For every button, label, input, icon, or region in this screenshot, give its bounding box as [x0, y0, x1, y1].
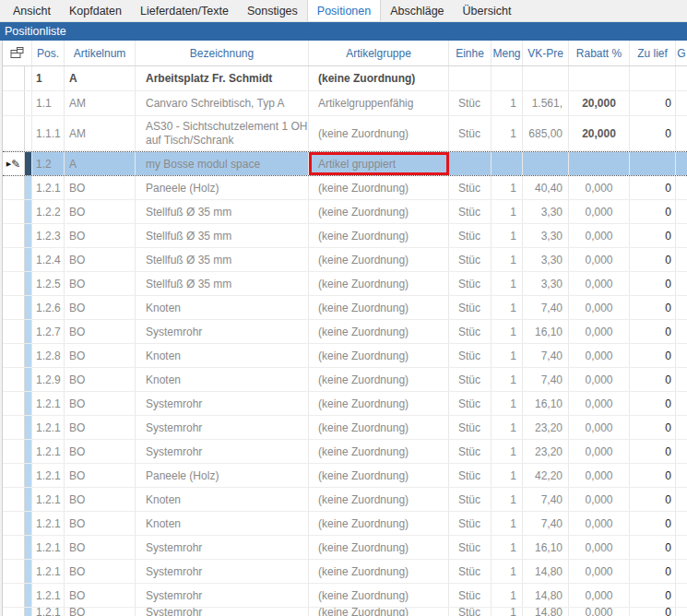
row-indicator[interactable] — [3, 392, 25, 415]
cell-einhe[interactable] — [449, 152, 492, 175]
row-indicator[interactable] — [3, 584, 25, 607]
cell-vk[interactable]: 40,40 — [523, 176, 569, 199]
cell-einhe[interactable]: Stüc — [449, 392, 492, 415]
cell-art[interactable]: BO — [65, 296, 136, 319]
cell-zulief[interactable]: 0 — [630, 512, 676, 535]
column-header-einhe[interactable]: Einhe — [449, 41, 492, 65]
cell-zulief[interactable]: 0 — [630, 536, 676, 559]
cell-g[interactable] — [676, 560, 687, 583]
cell-zulief[interactable]: 0 — [630, 440, 676, 463]
cell-g[interactable] — [676, 224, 687, 247]
cell-grp[interactable]: (keine Zuordnung) — [309, 392, 449, 415]
cell-bez[interactable]: Systemrohr — [136, 536, 309, 559]
cell-rabatt[interactable]: 0,000 — [569, 464, 630, 487]
cell-bez[interactable]: Knoten — [136, 512, 309, 535]
cell-grp[interactable]: (keine Zuordnung) — [309, 464, 449, 487]
cell-pos[interactable]: 1.2.8 — [32, 344, 65, 367]
cell-meng[interactable]: 1 — [492, 248, 523, 271]
cell-vk[interactable]: 23,20 — [523, 440, 569, 463]
row-indicator[interactable] — [3, 320, 25, 343]
cell-einhe[interactable]: Stüc — [449, 176, 492, 199]
cell-g[interactable] — [676, 608, 687, 616]
cell-vk[interactable]: 7,40 — [523, 344, 569, 367]
cell-rabatt[interactable]: 0,000 — [569, 560, 630, 583]
cell-art[interactable]: A — [65, 66, 136, 90]
cell-zulief[interactable]: 0 — [630, 488, 676, 511]
column-header-vk-pre[interactable]: VK-Pre — [523, 41, 569, 65]
cell-bez[interactable]: Systemrohr — [136, 584, 309, 607]
cell-grp[interactable]: (keine Zuordnung) — [309, 488, 449, 511]
row-indicator[interactable] — [3, 536, 25, 559]
cell-zulief[interactable] — [630, 152, 676, 175]
column-header-artikelgruppe[interactable]: Artikelgruppe — [309, 41, 449, 65]
cell-art[interactable]: AM — [65, 91, 136, 115]
cell-pos[interactable]: 1.2.1 — [32, 416, 65, 439]
cell-rabatt[interactable]: 0,000 — [569, 200, 630, 223]
cell-g[interactable] — [676, 416, 687, 439]
cell-vk[interactable]: 23,20 — [523, 416, 569, 439]
cell-einhe[interactable]: Stüc — [449, 344, 492, 367]
cell-meng[interactable]: 1 — [492, 536, 523, 559]
cell-einhe[interactable]: Stüc — [449, 560, 492, 583]
cell-vk[interactable]: 42,20 — [523, 464, 569, 487]
cell-einhe[interactable]: Stüc — [449, 224, 492, 247]
row-indicator[interactable] — [3, 344, 25, 367]
cell-pos[interactable]: 1.2.1 — [32, 176, 65, 199]
column-header-g[interactable]: G — [676, 41, 687, 65]
cell-vk[interactable]: 14,80 — [523, 560, 569, 583]
cell-grp[interactable]: (keine Zuordnung) — [309, 176, 449, 199]
cell-meng[interactable]: 1 — [492, 392, 523, 415]
cell-pos[interactable]: 1.2.5 — [32, 272, 65, 295]
cell-vk[interactable]: 3,30 — [523, 248, 569, 271]
cell-bez[interactable]: Arbeitsplatz Fr. Schmidt — [136, 66, 309, 90]
cell-meng[interactable]: 1 — [492, 272, 523, 295]
cell-art[interactable]: BO — [65, 224, 136, 247]
cell-zulief[interactable]: 0 — [630, 584, 676, 607]
cell-grp[interactable]: (keine Zuordnung) — [309, 116, 449, 150]
cell-meng[interactable]: 1 — [492, 560, 523, 583]
cell-meng[interactable]: 1 — [492, 224, 523, 247]
menu-item-positionen[interactable]: Positionen — [307, 0, 381, 21]
cell-bez[interactable]: Stellfuß Ø 35 mm — [136, 248, 309, 271]
cell-bez[interactable]: Systemrohr — [136, 440, 309, 463]
cell-rabatt[interactable]: 0,000 — [569, 248, 630, 271]
cell-bez[interactable]: Paneele (Holz) — [136, 464, 309, 487]
cell-pos[interactable]: 1.2 — [32, 152, 65, 175]
cell-g[interactable] — [676, 368, 687, 391]
cell-g[interactable] — [676, 344, 687, 367]
row-indicator[interactable] — [3, 248, 25, 271]
cell-rabatt[interactable]: 0,000 — [569, 320, 630, 343]
cell-art[interactable]: A — [65, 152, 136, 175]
cell-zulief[interactable]: 0 — [630, 224, 676, 247]
menu-item-kopfdaten[interactable]: Kopfdaten — [60, 0, 131, 21]
cell-g[interactable] — [676, 392, 687, 415]
row-indicator[interactable] — [3, 200, 25, 223]
cell-g[interactable] — [676, 536, 687, 559]
cell-pos[interactable]: 1.2.1 — [32, 464, 65, 487]
cell-meng[interactable]: 1 — [492, 416, 523, 439]
row-indicator[interactable] — [3, 272, 25, 295]
cell-rabatt[interactable]: 0,000 — [569, 608, 630, 616]
cell-rabatt[interactable]: 0,000 — [569, 440, 630, 463]
cell-einhe[interactable]: Stüc — [449, 296, 492, 319]
row-indicator[interactable] — [3, 296, 25, 319]
cell-meng[interactable]: 1 — [492, 320, 523, 343]
cell-meng[interactable]: 1 — [492, 584, 523, 607]
column-header-pos[interactable]: Pos. — [32, 41, 65, 65]
cell-pos[interactable]: 1.2.1 — [32, 536, 65, 559]
row-indicator[interactable] — [3, 91, 25, 115]
cell-vk[interactable]: 7,40 — [523, 296, 569, 319]
cell-grp[interactable]: (keine Zuordnung) — [309, 224, 449, 247]
cell-einhe[interactable]: Stüc — [449, 272, 492, 295]
cell-grp[interactable]: (keine Zuordnung) — [309, 200, 449, 223]
cell-meng[interactable]: 1 — [492, 440, 523, 463]
row-indicator[interactable] — [3, 512, 25, 535]
menu-item-abschl-ge[interactable]: Abschläge — [381, 0, 453, 21]
cell-bez[interactable]: Knoten — [136, 296, 309, 319]
cell-grp[interactable]: (keine Zuordnung) — [309, 66, 449, 90]
cell-vk[interactable]: 16,10 — [523, 320, 569, 343]
cell-grp[interactable]: (keine Zuordnung) — [309, 608, 449, 616]
cell-rabatt[interactable] — [569, 152, 630, 175]
cell-art[interactable]: BO — [65, 608, 136, 616]
cell-rabatt[interactable]: 0,000 — [569, 584, 630, 607]
